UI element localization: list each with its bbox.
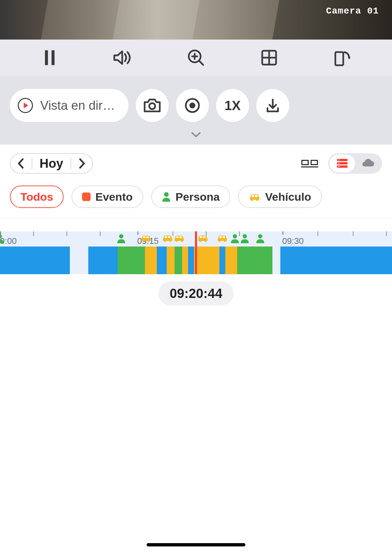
- filter-person[interactable]: Persona: [151, 186, 230, 208]
- action-area: Vista en dir… 1X: [0, 76, 392, 144]
- svg-line-3: [199, 61, 203, 65]
- live-view-button[interactable]: Vista en dir…: [10, 89, 128, 122]
- timeline-vehicle-icon: [162, 234, 173, 242]
- record-button[interactable]: [176, 89, 209, 122]
- svg-point-12: [189, 102, 195, 108]
- download-button[interactable]: [256, 89, 289, 122]
- svg-rect-30: [146, 236, 149, 238]
- timeline-person-icon: [231, 234, 239, 243]
- live-view-label: Vista en dir…: [40, 99, 115, 113]
- svg-point-36: [181, 240, 183, 242]
- svg-point-28: [148, 240, 150, 242]
- svg-rect-0: [45, 50, 48, 65]
- filter-vehicle[interactable]: Vehículo: [238, 186, 322, 208]
- person-icon: [162, 192, 171, 202]
- current-time-label: 09:20:44: [158, 281, 234, 306]
- timeline-segment: [194, 247, 219, 274]
- filter-event-label: Evento: [95, 190, 132, 203]
- timeline-segment: [70, 247, 88, 274]
- svg-point-20: [164, 192, 169, 197]
- timeline-vehicle-icon: [140, 234, 152, 242]
- expand-panel-button[interactable]: [191, 130, 201, 140]
- svg-point-48: [242, 234, 247, 239]
- svg-point-49: [258, 234, 263, 239]
- filter-event[interactable]: Evento: [71, 186, 143, 208]
- svg-rect-24: [255, 195, 258, 197]
- cloud-storage-option[interactable]: [355, 155, 381, 172]
- storage-toggle: [328, 153, 382, 174]
- svg-rect-9: [335, 52, 343, 65]
- event-color-icon: [82, 192, 91, 201]
- filter-all-label: Todos: [20, 190, 53, 203]
- svg-rect-46: [223, 236, 225, 238]
- camera-overlay-label: Camera 01: [326, 6, 379, 16]
- pause-button[interactable]: [40, 48, 60, 68]
- svg-point-40: [205, 240, 207, 242]
- svg-point-18: [338, 163, 339, 164]
- list-view-toggle[interactable]: [301, 160, 318, 167]
- timeline-segment: [118, 247, 145, 274]
- separator: [70, 158, 71, 169]
- svg-point-43: [219, 240, 221, 242]
- timeline[interactable]: 9:0009:1509:30: [0, 231, 392, 274]
- prev-day-button[interactable]: [17, 158, 24, 169]
- timeline-segment: [225, 247, 237, 274]
- timeline-segment: [88, 247, 118, 274]
- timeline-segment: [157, 247, 167, 274]
- svg-rect-45: [219, 236, 222, 238]
- camera-preview[interactable]: Camera 01: [0, 0, 392, 40]
- timeline-vehicle-icon: [217, 234, 228, 242]
- timeline-segment: [237, 247, 272, 274]
- timeline-segment: [280, 247, 392, 274]
- svg-point-26: [119, 234, 123, 239]
- svg-point-47: [233, 234, 237, 239]
- svg-point-25: [0, 234, 2, 239]
- timeline-segment: [182, 247, 188, 274]
- volume-button[interactable]: [113, 48, 133, 68]
- filter-vehicle-label: Vehículo: [265, 190, 311, 203]
- svg-rect-38: [180, 236, 182, 238]
- svg-point-35: [176, 240, 178, 242]
- timeline-segment: [219, 247, 225, 274]
- timeline-segment: [145, 247, 157, 274]
- zoom-in-button[interactable]: [186, 48, 206, 68]
- timeline-segment: [188, 247, 194, 274]
- svg-rect-37: [176, 236, 179, 238]
- date-label[interactable]: Hoy: [40, 157, 63, 171]
- svg-rect-23: [252, 195, 254, 197]
- svg-point-31: [164, 240, 166, 242]
- play-icon: [18, 98, 33, 113]
- vehicle-icon: [249, 192, 261, 201]
- svg-point-27: [142, 240, 144, 242]
- local-storage-option[interactable]: [329, 155, 355, 172]
- speed-label: 1X: [225, 98, 241, 113]
- timeline-vehicle-icon: [174, 234, 185, 242]
- rotate-device-button[interactable]: [332, 48, 352, 68]
- playback-speed-button[interactable]: 1X: [216, 89, 249, 122]
- filter-person-label: Persona: [176, 190, 220, 203]
- svg-point-19: [338, 166, 339, 167]
- timeline-segment: [175, 247, 182, 274]
- date-navigator: Hoy: [10, 153, 93, 174]
- timeline-person-icon: [240, 234, 249, 243]
- svg-rect-33: [165, 236, 167, 238]
- svg-point-21: [251, 199, 253, 201]
- timeline-vehicle-icon: [197, 234, 209, 242]
- home-indicator: [147, 543, 245, 546]
- next-day-button[interactable]: [78, 158, 86, 169]
- svg-point-44: [224, 240, 226, 242]
- playhead[interactable]: [195, 231, 197, 274]
- snapshot-button[interactable]: [136, 89, 169, 122]
- svg-rect-29: [143, 236, 145, 238]
- timeline-segment: [167, 247, 175, 274]
- timeline-section: 9:0009:1509:30 09:20:44: [0, 218, 392, 306]
- svg-rect-42: [203, 236, 206, 238]
- video-toolbar: [0, 40, 392, 76]
- svg-rect-41: [200, 236, 202, 238]
- timeline-person-icon: [256, 234, 265, 243]
- svg-point-32: [169, 240, 171, 242]
- svg-point-10: [149, 103, 155, 109]
- timeline-person-icon: [0, 234, 4, 243]
- grid-layout-button[interactable]: [259, 48, 279, 68]
- filter-all[interactable]: Todos: [10, 186, 64, 208]
